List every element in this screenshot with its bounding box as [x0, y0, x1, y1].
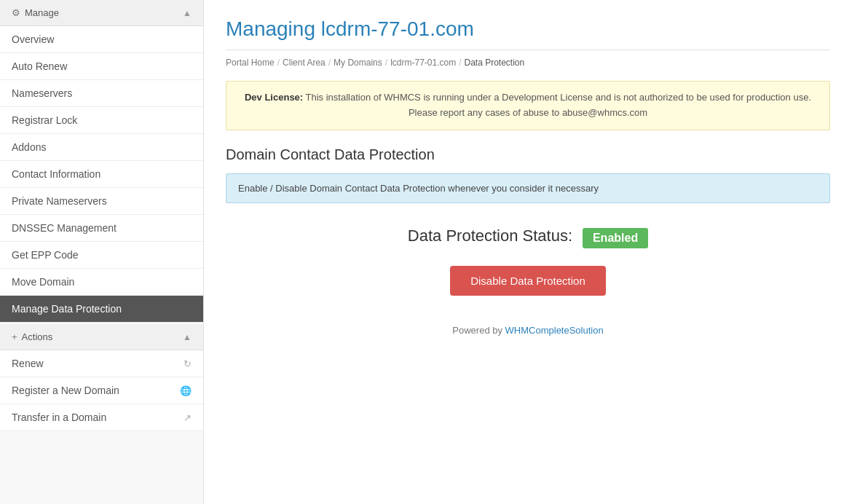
- breadcrumb-separator: /: [277, 58, 280, 68]
- sidebar-item-auto-renew[interactable]: Auto Renew: [0, 53, 203, 80]
- manage-header-label: Manage: [25, 7, 59, 18]
- sidebar-item-dnssec-management[interactable]: DNSSEC Management: [0, 215, 203, 242]
- breadcrumb-link[interactable]: Client Area: [283, 58, 326, 68]
- info-box: Enable / Disable Domain Contact Data Pro…: [226, 173, 830, 203]
- breadcrumb-link[interactable]: lcdrm-77-01.com: [390, 58, 456, 68]
- plus-icon: +: [12, 331, 17, 342]
- dev-notice-prefix: Dev License:: [245, 92, 303, 103]
- status-badge: Enabled: [583, 228, 648, 248]
- sidebar-item-label-manage-data-protection: Manage Data Protection: [12, 303, 122, 315]
- powered-by-text: Powered by: [452, 325, 505, 336]
- sidebar-item-label-move-domain: Move Domain: [12, 276, 74, 288]
- sidebar-action-register-new-domain[interactable]: Register a New Domain🌐: [0, 377, 203, 404]
- action-label-transfer-in-domain: Transfer in a Domain: [12, 412, 106, 423]
- status-label: Data Protection Status:: [408, 227, 572, 245]
- page-title: Managing lcdrm-77-01.com: [226, 17, 830, 50]
- action-center: Disable Data Protection: [226, 266, 830, 296]
- sidebar-item-label-contact-information: Contact Information: [12, 168, 100, 180]
- breadcrumb-current: Data Protection: [465, 58, 525, 68]
- sidebar-item-label-registrar-lock: Registrar Lock: [12, 114, 77, 126]
- action-items-list: Renew↻Register a New Domain🌐Transfer in …: [0, 350, 203, 431]
- sidebar-item-label-dnssec-management: DNSSEC Management: [12, 222, 117, 234]
- breadcrumb: Portal Home/Client Area/My Domains/lcdrm…: [226, 58, 830, 68]
- sidebar-item-label-nameservers: Nameservers: [12, 87, 72, 99]
- sidebar-item-label-private-nameservers: Private Nameservers: [12, 195, 107, 207]
- sidebar-item-nameservers[interactable]: Nameservers: [0, 80, 203, 107]
- disable-data-protection-button[interactable]: Disable Data Protection: [450, 266, 606, 296]
- powered-by-link[interactable]: WHMCompleteSolution: [505, 325, 604, 336]
- sidebar-item-move-domain[interactable]: Move Domain: [0, 269, 203, 296]
- sidebar-item-private-nameservers[interactable]: Private Nameservers: [0, 188, 203, 215]
- main-content: Managing lcdrm-77-01.com Portal Home/Cli…: [204, 0, 852, 504]
- sidebar-item-registrar-lock[interactable]: Registrar Lock: [0, 107, 203, 134]
- sidebar-item-contact-information[interactable]: Contact Information: [0, 161, 203, 188]
- sidebar-item-label-auto-renew: Auto Renew: [12, 60, 67, 72]
- breadcrumb-separator: /: [459, 58, 461, 68]
- sidebar: ⚙ Manage ▲ OverviewAuto RenewNameservers…: [0, 0, 204, 504]
- sidebar-item-label-overview: Overview: [12, 34, 54, 45]
- sidebar-item-label-addons: Addons: [12, 141, 46, 153]
- manage-items-list: OverviewAuto RenewNameserversRegistrar L…: [0, 26, 203, 323]
- actions-header-label: Actions: [22, 331, 53, 342]
- breadcrumb-separator: /: [385, 58, 387, 68]
- action-icon-register-new-domain: 🌐: [180, 385, 192, 396]
- sidebar-item-manage-data-protection[interactable]: Manage Data Protection: [0, 296, 203, 323]
- sidebar-action-renew[interactable]: Renew↻: [0, 350, 203, 377]
- gear-icon: ⚙: [12, 7, 20, 18]
- breadcrumb-link[interactable]: Portal Home: [226, 58, 275, 68]
- actions-section-header: + Actions ▲: [0, 324, 203, 350]
- action-icon-transfer-in-domain: ↗: [184, 412, 192, 423]
- manage-chevron-icon: ▲: [183, 8, 192, 18]
- action-label-renew: Renew: [12, 358, 44, 369]
- sidebar-item-label-get-epp-code: Get EPP Code: [12, 249, 79, 261]
- breadcrumb-link[interactable]: My Domains: [334, 58, 382, 68]
- manage-section-header: ⚙ Manage ▲: [0, 0, 203, 26]
- breadcrumb-separator: /: [328, 58, 331, 68]
- actions-chevron-icon: ▲: [183, 332, 192, 342]
- sidebar-item-overview[interactable]: Overview: [0, 26, 203, 53]
- section-title: Domain Contact Data Protection: [226, 146, 830, 163]
- dev-notice-text: This installation of WHMCS is running un…: [306, 92, 811, 118]
- status-row: Data Protection Status: Enabled: [226, 227, 830, 248]
- dev-notice: Dev License: This installation of WHMCS …: [226, 81, 830, 130]
- sidebar-action-transfer-in-domain[interactable]: Transfer in a Domain↗: [0, 404, 203, 431]
- action-label-register-new-domain: Register a New Domain: [12, 385, 119, 396]
- action-icon-renew: ↻: [184, 358, 192, 369]
- sidebar-item-addons[interactable]: Addons: [0, 134, 203, 161]
- sidebar-item-get-epp-code[interactable]: Get EPP Code: [0, 242, 203, 269]
- powered-by: Powered by WHMCompleteSolution: [226, 325, 830, 336]
